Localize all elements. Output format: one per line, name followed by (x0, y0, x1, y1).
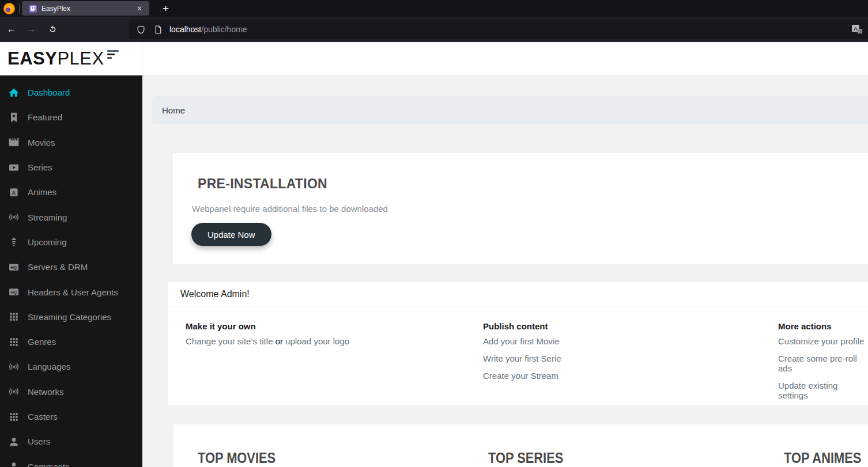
sidebar-item-label: Servers & DRM (28, 262, 88, 272)
sidebar: EASYPLEX Dashboard Featured Movies Serie… (0, 42, 142, 467)
welcome-title: Welcome Admin! (180, 289, 250, 299)
url-host: localhost (169, 25, 201, 34)
update-settings-link[interactable]: Update existing settings (778, 381, 868, 400)
add-first-movie-link[interactable]: Add your first Movie (483, 336, 561, 346)
svg-text:HQ: HQ (11, 290, 17, 295)
logo-speed-lines-icon (107, 50, 119, 59)
tab-separator (19, 3, 20, 14)
home-icon (8, 87, 20, 98)
upload-logo-link[interactable]: upload your logo (285, 336, 349, 346)
page-icon[interactable] (153, 25, 163, 35)
conjunction-text: or (276, 336, 283, 346)
sidebar-item-headers-user-agents[interactable]: HQ Headers & User Agents (0, 279, 142, 304)
svg-text:?: ? (859, 29, 861, 34)
broadcast-icon (8, 211, 20, 223)
url-bar[interactable]: localhost/public/home A ? (129, 20, 868, 39)
hq-badge-icon: HQ (8, 286, 20, 298)
grid-icon (8, 336, 20, 348)
logo-bold-part: EASY (7, 48, 57, 69)
app-logo[interactable]: EASYPLEX (0, 42, 142, 75)
top-animes-heading: TOP ANIMES (784, 449, 861, 467)
welcome-column-make-it-your-own: Make it your own Change your site’s titl… (186, 321, 349, 354)
sidebar-item-label: Upcoming (28, 237, 67, 247)
firefox-icon[interactable] (3, 3, 15, 14)
sidebar-item-servers-drm[interactable]: HQ Servers & DRM (0, 255, 142, 279)
broadcast-icon (8, 386, 20, 397)
update-now-button[interactable]: Update Now (191, 223, 271, 246)
sidebar-item-animes[interactable]: A Animes (0, 180, 142, 204)
top-movies-heading: TOP MOVIES (198, 449, 276, 467)
sidebar-item-users[interactable]: Users (0, 429, 142, 454)
sidebar-item-label: Networks (28, 387, 64, 397)
change-site-title-link[interactable]: Change your site’s title (186, 336, 273, 346)
sidebar-item-streaming-categories[interactable]: Streaming Categories (0, 305, 142, 329)
welcome-card-body: Make it your own Change your site’s titl… (168, 306, 868, 404)
welcome-card-header: Welcome Admin! (168, 282, 868, 306)
url-path: /public/home (201, 25, 247, 34)
sidebar-item-label: Headers & User Agents (28, 287, 118, 297)
sidebar-item-featured[interactable]: Featured (0, 105, 142, 130)
sidebar-item-genres[interactable]: Genres (0, 329, 142, 354)
svg-text:A: A (854, 25, 858, 32)
back-button[interactable]: ← (5, 23, 18, 36)
video-play-icon (8, 162, 20, 173)
column-heading: Make it your own (186, 321, 349, 331)
sidebar-item-label: Casters (28, 412, 58, 422)
sidebar-item-label: Users (28, 436, 50, 446)
sidebar-item-label: Movies (28, 138, 55, 147)
browser-tab-strip: EasyPlex ✕ + (0, 0, 868, 17)
svg-text:A: A (12, 189, 16, 195)
sidebar-item-label: Languages (28, 362, 70, 371)
sidebar-item-upcoming[interactable]: Upcoming (0, 230, 142, 255)
pre-installation-subtitle: Webpanel require additional files to be … (192, 204, 388, 214)
sidebar-item-comments[interactable]: Comments (0, 454, 142, 467)
reload-button[interactable] (46, 24, 59, 37)
sidebar-menu: Dashboard Featured Movies Series A Anime… (0, 75, 142, 467)
sidebar-item-casters[interactable]: Casters (0, 404, 142, 429)
sidebar-item-label: Featured (28, 112, 62, 122)
bookmark-x-icon (8, 112, 20, 123)
top-bar (142, 42, 868, 75)
sidebar-item-dashboard[interactable]: Dashboard (0, 80, 142, 105)
pre-installation-title: PRE-INSTALLATION (198, 176, 327, 192)
tab-close-icon[interactable]: ✕ (134, 3, 145, 14)
customize-profile-link[interactable]: Customize your profile (778, 336, 868, 346)
shield-icon[interactable] (136, 25, 146, 35)
svg-text:HQ: HQ (11, 265, 17, 270)
sidebar-item-networks[interactable]: Networks (0, 379, 142, 404)
write-first-serie-link[interactable]: Write your first Serie (483, 354, 561, 363)
person-icon (8, 436, 20, 447)
logo-light-part: PLEX (57, 48, 104, 69)
grid-icon (8, 311, 20, 322)
welcome-column-publish-content: Publish content Add your first Movie Wri… (483, 321, 561, 388)
sidebar-item-series[interactable]: Series (0, 155, 142, 180)
create-preroll-ads-link[interactable]: Create some pre-roll ads (778, 354, 868, 373)
forward-button[interactable]: → (24, 23, 38, 36)
url-text: localhost/public/home (169, 25, 247, 34)
top-series-heading: TOP SERIES (488, 449, 563, 467)
letter-a-badge-icon: A (8, 187, 20, 198)
twitch-favicon-icon (28, 4, 37, 13)
reload-icon (48, 25, 57, 33)
sidebar-item-streaming[interactable]: Streaming (0, 204, 142, 229)
welcome-column-more-actions: More actions Customize your profile Crea… (778, 321, 868, 408)
app-logo-text: EASYPLEX (7, 48, 104, 69)
tab-title: EasyPlex (41, 5, 134, 13)
translate-icon[interactable]: A ? (851, 24, 863, 35)
customize-line: Change your site’s title or upload your … (186, 336, 349, 346)
sidebar-item-label: Streaming Categories (28, 312, 111, 322)
browser-tab[interactable]: EasyPlex ✕ (22, 1, 149, 16)
main-content: Home PRE-INSTALLATION Webpanel require a… (142, 42, 868, 467)
grid-icon (8, 411, 20, 423)
person-icon (8, 461, 20, 467)
sidebar-item-label: Genres (28, 337, 56, 347)
create-stream-link[interactable]: Create your Stream (483, 371, 561, 381)
sidebar-item-movies[interactable]: Movies (0, 130, 142, 155)
breadcrumb-home: Home (162, 105, 185, 115)
sidebar-item-label: Animes (28, 187, 56, 197)
sidebar-item-languages[interactable]: Languages (0, 354, 142, 379)
browser-navbar: ← → localhost/public/home A ? (0, 17, 868, 42)
column-heading: Publish content (483, 321, 561, 331)
new-tab-button[interactable]: + (159, 2, 172, 15)
welcome-card: Welcome Admin! Make it your own Change y… (168, 282, 868, 405)
